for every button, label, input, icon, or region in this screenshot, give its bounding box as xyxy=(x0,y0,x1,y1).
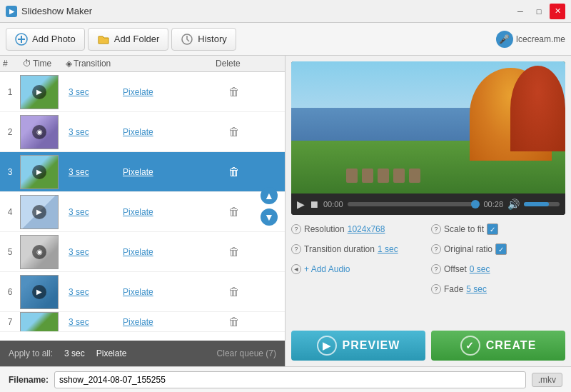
table-row[interactable]: 7 3 sec Pixelate 🗑 xyxy=(0,312,285,332)
transition-duration-label: Transition duration xyxy=(304,244,375,254)
chair xyxy=(393,169,405,183)
apply-to-all-bar: Apply to all: 3 sec Pixelate Clear queue… xyxy=(0,341,285,366)
fade-label: Fade xyxy=(444,284,463,294)
delete-button[interactable]: 🗑 xyxy=(213,246,256,258)
scale-info-icon[interactable]: ? xyxy=(431,224,441,234)
add-folder-button[interactable]: Add Folder xyxy=(88,28,169,51)
time-value[interactable]: 3 sec xyxy=(63,317,120,327)
transition-value[interactable]: Pixelate xyxy=(120,287,213,297)
app-icon: ▶ xyxy=(6,6,17,17)
table-row[interactable]: 3 ▶ 3 sec Pixelate 🗑 xyxy=(0,152,285,192)
time-value[interactable]: 3 sec xyxy=(63,127,120,137)
time-value[interactable]: 3 sec xyxy=(63,167,120,177)
add-audio-row: ◄ + Add Audio xyxy=(291,261,425,278)
right-panel: ▶ ⏹ 00:00 00:28 🔊 ? Resolution xyxy=(286,56,571,366)
toolbar: Add Photo Add Folder History 🎤 Icecream.… xyxy=(0,23,571,56)
photo-list[interactable]: 1 ▶ 3 sec Pixelate 🗑 2 ◉ 3 sec xyxy=(0,72,285,341)
filename-input[interactable] xyxy=(54,371,526,388)
time-value[interactable]: 3 sec xyxy=(63,247,120,257)
audio-icon[interactable]: ◄ xyxy=(291,264,301,274)
col-delete: Delete xyxy=(213,59,256,69)
stop-button[interactable]: ⏹ xyxy=(309,198,319,210)
table-row[interactable]: 6 ▶ 3 sec Pixelate 🗑 xyxy=(0,272,285,312)
preview-button[interactable]: ▶ PREVIEW xyxy=(291,331,425,361)
scroll-arrows: ▲ ▼ xyxy=(261,187,278,226)
minimize-button[interactable]: ─ xyxy=(512,4,528,19)
preview-play-icon: ▶ xyxy=(317,336,337,356)
transition-value[interactable]: Pixelate xyxy=(120,247,213,257)
progress-knob[interactable] xyxy=(471,200,480,208)
apply-transition[interactable]: Pixelate xyxy=(96,348,127,358)
create-button[interactable]: ✓ CREATE xyxy=(431,331,565,361)
maximize-button[interactable]: □ xyxy=(531,4,547,19)
table-row[interactable]: 1 ▶ 3 sec Pixelate 🗑 xyxy=(0,72,285,112)
history-button[interactable]: History xyxy=(171,28,236,51)
offset-value[interactable]: 0 sec xyxy=(470,264,490,274)
row-number: 2 xyxy=(0,127,20,137)
transition-value[interactable]: Pixelate xyxy=(120,167,213,177)
scale-to-fit-checkbox[interactable]: ✓ xyxy=(487,223,498,235)
chair xyxy=(362,169,373,183)
add-folder-label: Add Folder xyxy=(114,34,160,44)
row-number: 5 xyxy=(0,247,20,257)
clear-queue-button[interactable]: Clear queue (7) xyxy=(217,348,276,358)
play-icon: ▶ xyxy=(32,165,46,179)
ratio-info-icon[interactable]: ? xyxy=(431,244,441,254)
fade-info-icon[interactable]: ? xyxy=(431,284,441,294)
filename-label: Filename: xyxy=(9,375,49,385)
delete-button[interactable]: 🗑 xyxy=(213,126,256,139)
delete-button[interactable]: 🗑 xyxy=(213,316,256,328)
resolution-value[interactable]: 1024x768 xyxy=(348,224,385,234)
play-icon: ▶ xyxy=(32,205,46,219)
delete-button[interactable]: 🗑 xyxy=(213,206,256,218)
create-label: CREATE xyxy=(486,339,537,352)
transition-duration-value[interactable]: 1 sec xyxy=(378,244,398,254)
preview-area: ▶ ⏹ 00:00 00:28 🔊 xyxy=(291,61,565,215)
apply-time[interactable]: 3 sec xyxy=(64,348,85,358)
transition-value[interactable]: Pixelate xyxy=(120,127,213,137)
total-time: 00:28 xyxy=(483,200,503,208)
delete-button[interactable]: 🗑 xyxy=(213,286,256,298)
transition-value[interactable]: Pixelate xyxy=(120,87,213,97)
brand-label: Icecream.me xyxy=(516,34,565,44)
scale-to-fit-row: ? Scale to fit ✓ xyxy=(431,221,565,238)
play-button[interactable]: ▶ xyxy=(297,198,305,210)
thumbnail: ▶ xyxy=(20,275,59,309)
fade-value[interactable]: 5 sec xyxy=(466,284,487,294)
add-folder-icon xyxy=(97,33,110,46)
scroll-down-button[interactable]: ▼ xyxy=(261,208,278,226)
row-number: 4 xyxy=(0,207,20,217)
transition-info-icon[interactable]: ? xyxy=(291,244,301,254)
volume-button[interactable]: 🔊 xyxy=(507,198,520,210)
transition-value[interactable]: Pixelate xyxy=(120,317,213,327)
add-photo-button[interactable]: Add Photo xyxy=(6,28,85,51)
scroll-up-button[interactable]: ▲ xyxy=(261,187,278,204)
time-value[interactable]: 3 sec xyxy=(63,287,120,297)
delete-button[interactable]: 🗑 xyxy=(213,166,256,179)
delete-button[interactable]: 🗑 xyxy=(213,86,256,99)
table-row[interactable]: 4 ▶ 3 sec Pixelate 🗑 xyxy=(0,192,285,232)
filename-bar: Filename: .mkv xyxy=(0,366,571,392)
table-row[interactable]: 5 ◉ 3 sec Pixelate 🗑 xyxy=(0,232,285,272)
volume-bar[interactable] xyxy=(524,202,560,206)
apply-label: Apply to all: xyxy=(9,348,53,358)
titlebar-title: Slideshow Maker xyxy=(21,6,92,16)
add-photo-label: Add Photo xyxy=(32,34,76,44)
thumbnail: ▶ xyxy=(20,75,59,109)
add-audio-button[interactable]: + Add Audio xyxy=(304,264,350,274)
table-header: # ⏱ Time ◈ Transition Delete xyxy=(0,56,285,72)
close-button[interactable]: ✕ xyxy=(550,4,565,19)
resolution-row: ? Resolution 1024x768 xyxy=(291,221,425,238)
add-photo-icon xyxy=(15,33,28,46)
transition-value[interactable]: Pixelate xyxy=(120,207,213,217)
resolution-label: Resolution xyxy=(304,224,345,234)
table-row[interactable]: 2 ◉ 3 sec Pixelate 🗑 xyxy=(0,112,285,152)
progress-bar[interactable] xyxy=(348,202,480,206)
offset-info-icon[interactable]: ? xyxy=(431,264,441,274)
resolution-info-icon[interactable]: ? xyxy=(291,224,301,234)
settings-right: ? Scale to fit ✓ ? Original ratio ✓ ? Of… xyxy=(431,221,565,298)
time-value[interactable]: 3 sec xyxy=(63,207,120,217)
time-value[interactable]: 3 sec xyxy=(63,87,120,97)
original-ratio-checkbox[interactable]: ✓ xyxy=(495,243,507,255)
chair xyxy=(346,169,358,183)
